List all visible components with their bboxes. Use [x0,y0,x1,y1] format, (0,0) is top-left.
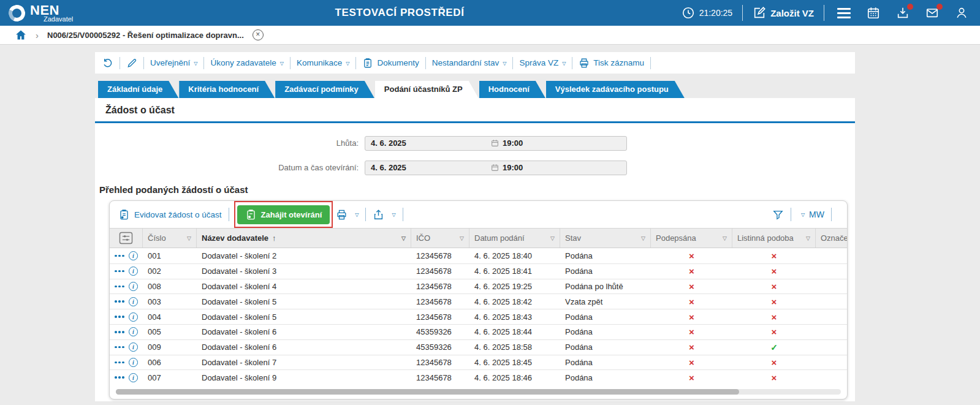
column-chooser-header[interactable] [110,229,143,248]
row-menu-icon[interactable] [115,361,124,364]
toolbar-item-label: Úkony zadavatele [210,58,276,67]
table-row[interactable]: i009Dodavatel - školení 6453593264. 6. 2… [110,339,847,355]
breadcrumb-record-title[interactable]: N006/25/V00005292 - Řešení optimalizace … [47,31,244,40]
row-menu-icon[interactable] [115,331,124,333]
tab-v-sledek-zad-vac-ho-postupu[interactable]: Výsledek zadávacího postupu [546,81,685,98]
menu-button[interactable] [837,8,851,18]
home-icon[interactable] [15,29,27,41]
info-icon[interactable]: i [129,297,138,306]
cell-cislo: 001 [143,251,197,260]
toolbar-item-komunikace[interactable]: Komunikace▽ [297,58,349,67]
column-filter-icon[interactable]: ▽ [460,235,464,241]
row-menu-icon[interactable] [115,270,124,273]
column-filter-icon[interactable]: ▽ [187,235,191,241]
cell-stav: Podána [560,267,651,276]
user-view-menu[interactable]: ▽ MW [798,210,824,219]
row-menu-icon[interactable] [115,376,124,379]
print-grid-button[interactable]: ▽ [336,209,359,221]
column-filter-icon[interactable]: ▽ [550,235,555,241]
filter-button[interactable] [772,209,784,221]
horizontal-scrollbar-thumb[interactable] [116,389,739,395]
zahajit-oteviani-button[interactable]: Zahájit otevírání [237,205,330,224]
info-icon[interactable]: i [129,343,138,352]
toolbar-item-tisk-z-znamu[interactable]: Tisk záznamu [579,58,644,69]
table-row[interactable]: i007Dodavatel - školení 9123456784. 6. 2… [110,369,847,385]
info-icon[interactable]: i [129,282,138,291]
calendar-button[interactable] [867,6,880,20]
info-icon[interactable]: i [129,267,138,276]
row-menu-icon[interactable] [115,286,124,288]
row-menu-icon[interactable] [115,255,124,257]
calendar-icon [491,164,499,172]
toolbar-item-nestandardn-stav[interactable]: Nestandardní stav▽ [432,58,507,67]
info-icon[interactable]: i [129,251,138,260]
cell-podepsana: × [651,281,732,292]
date-value[interactable]: 4. 6. 2025 [365,163,491,172]
tab-krit-ria-hodnocen-[interactable]: Kritéria hodnocení [179,81,275,98]
table-row[interactable]: i005Dodavatel - školení 6453593264. 6. 2… [110,324,847,339]
table-row[interactable]: i002Dodavatel - školení 3123456784. 6. 2… [110,263,847,279]
column-header-i-o[interactable]: IČO▽ [411,229,469,248]
cell-stav: Vzata zpět [560,297,651,306]
table-row[interactable]: i006Dodavatel - školení 7123456784. 6. 2… [110,355,847,370]
cell-podepsana: × [651,327,732,337]
undo-button[interactable] [102,58,113,69]
cell-listinna-podoba: × [732,281,816,292]
toolbar-item-spr-va-vz[interactable]: Správa VZ▽ [519,58,566,67]
date-value[interactable]: 4. 6. 2025 [365,138,491,148]
table-row[interactable]: i004Dodavatel - školení 5123456784. 6. 2… [110,309,847,324]
messages-button[interactable] [925,6,939,20]
row-menu-icon[interactable] [115,346,124,349]
column-header-datum-pod-n-[interactable]: Datum podání▽ [469,229,560,248]
profile-button[interactable] [955,6,968,20]
column-filter-icon[interactable]: ▽ [723,235,727,241]
tab-z-kladn-daje[interactable]: Základní údaje [98,81,178,98]
datetime-field: 4. 6. 202519:00 [365,136,627,151]
edit-button[interactable] [126,58,137,69]
row-menu-icon[interactable] [115,300,124,303]
downloads-button[interactable] [896,6,910,20]
column-header-ozna-e[interactable]: Označe [816,229,847,248]
info-icon[interactable]: i [129,312,138,322]
datetime-field: 4. 6. 202519:00 [365,161,627,175]
close-record-icon[interactable]: × [253,29,264,40]
cell-datum-podani: 4. 6. 2025 18:40 [469,251,560,260]
column-filter-icon[interactable]: ▽ [806,235,810,241]
info-icon[interactable]: i [129,373,138,382]
export-grid-button[interactable]: ▽ [373,209,395,221]
cell-nazev-dodavatele: Dodavatel - školení 6 [197,343,411,352]
table-row[interactable]: i003Dodavatel - školení 5123456784. 6. 2… [110,293,847,309]
cell-podepsana: × [651,312,732,322]
time-value[interactable]: 19:00 [491,163,523,172]
tab-zad-vac-podm-nky[interactable]: Zadávací podmínky [275,81,374,98]
table-row[interactable]: i001Dodavatel - školení 2123456784. 6. 2… [110,248,847,263]
horizontal-scrollbar-track[interactable] [116,389,841,395]
column-filter-icon[interactable]: ▽ [641,235,645,241]
column-filter-icon[interactable]: ▽ [401,235,406,241]
time-text: 19:00 [503,163,523,172]
column-header--slo[interactable]: Číslo▽ [143,229,197,248]
zalozit-vz-button[interactable]: Založit VZ [753,6,814,20]
info-icon[interactable]: i [129,327,138,336]
time-value[interactable]: 19:00 [491,138,523,148]
column-header-stav[interactable]: Stav▽ [560,229,651,248]
column-header-n-zev-dodavatele[interactable]: Název dodavatele↑▽ [197,229,411,248]
top-bar: NEN Zadavatel TESTOVACÍ PROSTŘEDÍ 21:20:… [0,0,980,26]
toolbar-item-uve-ejn-n-[interactable]: Uveřejnění▽ [150,58,197,67]
toolbar-item-dokumenty[interactable]: Dokumenty [362,58,419,69]
separator [831,208,832,221]
column-header-podeps-na[interactable]: Podepsána▽ [651,229,732,248]
column-header-listinn-podoba[interactable]: Listinná podoba▽ [732,229,816,248]
row-menu-icon[interactable] [115,316,124,318]
nen-logo-icon [6,2,28,24]
cell-listinna-podoba: × [732,312,816,322]
evidovat-zadost-button[interactable]: Evidovat žádost o účast [118,209,222,221]
table-row[interactable]: i008Dodavatel - školení 4123456784. 6. 2… [110,279,847,294]
nen-logo[interactable]: NEN Zadavatel [9,4,73,23]
info-icon[interactable]: i [129,358,138,367]
tab-pod-n-astn-k-zp[interactable]: Podání účastníků ZP [375,81,479,98]
chevron-down-icon: ▽ [801,212,805,218]
tab-hodnocen-[interactable]: Hodnocení [479,81,545,98]
cell-cislo: 003 [143,297,197,306]
toolbar-item--kony-zadavatele[interactable]: Úkony zadavatele▽ [210,58,283,67]
